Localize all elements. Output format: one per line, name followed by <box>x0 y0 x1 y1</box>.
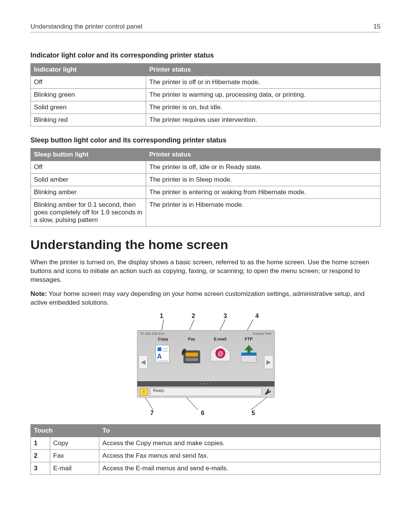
icon-label: FTP <box>236 337 262 341</box>
leader-lines-bottom <box>137 398 274 410</box>
indicator-table: Indicator light Printer status OffThe pr… <box>30 63 381 126</box>
svg-rect-11 <box>186 353 198 356</box>
th-to: To <box>99 424 381 437</box>
svg-rect-10 <box>183 350 200 363</box>
callout-top-row: 1 2 3 4 <box>137 313 274 320</box>
touch-table: Touch To 1 Copy Access the Copy menus an… <box>30 424 381 475</box>
svg-line-2 <box>220 320 225 330</box>
home-screen-figure: 1 2 3 4 57.184.195.214 Custom Text ◀ ▶ C… <box>137 313 274 417</box>
th-sleep-light: Sleep button light <box>31 149 146 161</box>
icon-label: Fax <box>178 337 205 341</box>
home-icon-fax[interactable]: Fax <box>178 337 205 367</box>
home-icon-copy[interactable]: Copy A <box>150 337 177 367</box>
screen-custom-text: Custom Text <box>252 332 271 335</box>
table-row: OffThe printer is off or in Hibernate mo… <box>31 76 381 89</box>
table-row: Solid amberThe printer is in Sleep mode. <box>31 174 381 186</box>
fax-icon <box>180 343 203 366</box>
home-icon-email[interactable]: E-mail @ <box>207 337 234 367</box>
callout-6: 6 <box>201 410 204 417</box>
icon-label: E-mail <box>207 337 234 341</box>
th-touch: Touch <box>31 424 99 437</box>
callout-4: 4 <box>255 313 259 320</box>
status-bar[interactable]: Ready. <box>150 388 261 396</box>
page-number: 15 <box>373 23 381 30</box>
indicator-heading: Indicator light color and its correspond… <box>30 51 381 59</box>
svg-line-0 <box>162 320 164 330</box>
sleep-table: Sleep button light Printer status OffThe… <box>30 148 381 227</box>
header-title: Understanding the printer control panel <box>30 23 142 30</box>
callout-5: 5 <box>252 410 255 417</box>
note-label: Note: <box>30 290 47 297</box>
note-text: Your home screen may vary depending on y… <box>30 290 365 306</box>
email-icon: @ <box>209 343 231 366</box>
svg-line-21 <box>186 398 198 410</box>
table-row: OffThe printer is off, idle or in Ready … <box>31 161 381 174</box>
home-screen-title: Understanding the home screen <box>30 237 381 252</box>
home-screen-para1: When the printer is turned on, the displ… <box>30 258 381 284</box>
page-dots: • • • • <box>137 381 274 387</box>
table-row: Blinking greenThe printer is warming up,… <box>31 89 381 101</box>
leader-lines-top <box>137 320 274 330</box>
svg-rect-5 <box>158 347 161 351</box>
warning-icon[interactable]: ! <box>140 388 148 396</box>
home-screen-note: Note: Your home screen may vary dependin… <box>30 290 381 307</box>
th-indicator: Indicator light <box>31 64 146 76</box>
svg-text:A: A <box>157 353 162 360</box>
callout-1: 1 <box>160 313 163 320</box>
icon-label: Copy <box>150 337 177 341</box>
scroll-right-button[interactable]: ▶ <box>264 355 273 369</box>
th-status: Printer status <box>146 64 381 76</box>
svg-line-20 <box>145 398 153 410</box>
scroll-left-button[interactable]: ◀ <box>139 355 148 369</box>
svg-line-1 <box>190 320 194 330</box>
page-header: Understanding the printer control panel … <box>30 23 381 32</box>
callout-7: 7 <box>150 410 154 417</box>
callout-3: 3 <box>223 313 227 320</box>
svg-rect-12 <box>186 358 198 361</box>
svg-text:@: @ <box>217 350 223 357</box>
svg-line-3 <box>247 320 253 330</box>
printer-screen: 57.184.195.214 Custom Text ◀ ▶ Copy A Fa… <box>137 330 275 398</box>
table-row: Solid greenThe printer is on, but idle. <box>31 101 381 114</box>
callout-2: 2 <box>192 313 195 320</box>
ftp-icon <box>238 343 260 366</box>
settings-icon[interactable] <box>264 388 272 396</box>
callout-bottom-row: 7 6 5 <box>137 410 274 417</box>
home-icon-ftp[interactable]: FTP <box>236 337 262 367</box>
table-row: Blinking redThe printer requires user in… <box>31 114 381 126</box>
th-sleep-status: Printer status <box>146 149 381 161</box>
table-row: 1 Copy Access the Copy menus and make co… <box>31 437 381 449</box>
copy-icon: A <box>153 343 174 366</box>
table-row: 3 E-mail Access the E-mail menus and sen… <box>31 462 381 474</box>
table-row: 2 Fax Access the Fax menus and send fax. <box>31 449 381 462</box>
svg-line-22 <box>251 398 266 410</box>
sleep-heading: Sleep button light color and its corresp… <box>30 136 381 144</box>
screen-ip: 57.184.195.214 <box>140 332 164 335</box>
table-row: Blinking amber for 0.1 second, then goes… <box>31 199 381 227</box>
table-row: Blinking amberThe printer is entering or… <box>31 186 381 199</box>
